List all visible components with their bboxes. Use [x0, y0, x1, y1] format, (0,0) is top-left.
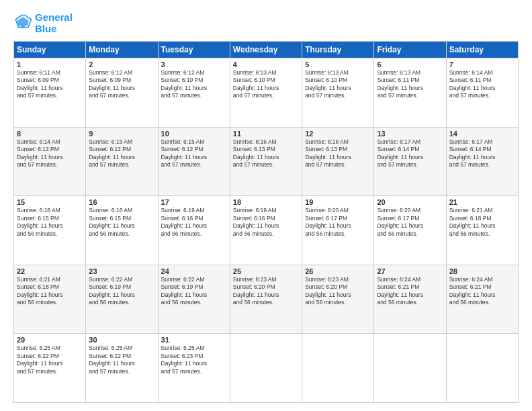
calendar-week-row: 1Sunrise: 6:11 AMSunset: 6:09 PMDaylight… — [14, 58, 519, 128]
day-info: Sunrise: 6:23 AMSunset: 6:20 PMDaylight:… — [305, 276, 371, 307]
day-number: 14 — [449, 130, 515, 138]
day-info: Sunrise: 6:25 AMSunset: 6:22 PMDaylight:… — [17, 345, 83, 375]
day-info: Sunrise: 6:19 AMSunset: 6:16 PMDaylight:… — [233, 207, 299, 238]
day-number: 31 — [161, 336, 227, 344]
day-number: 21 — [449, 198, 515, 206]
calendar-week-row: 8Sunrise: 6:14 AMSunset: 6:12 PMDaylight… — [14, 127, 519, 196]
logo: General Blue — [13, 12, 73, 34]
calendar-cell: 16Sunrise: 6:18 AMSunset: 6:15 PMDayligh… — [86, 196, 158, 265]
calendar-week-row: 29Sunrise: 6:25 AMSunset: 6:22 PMDayligh… — [14, 334, 519, 403]
calendar-header-cell: Thursday — [302, 42, 374, 58]
day-number: 11 — [233, 130, 299, 138]
calendar-header-cell: Saturday — [446, 42, 518, 58]
day-info: Sunrise: 6:13 AMSunset: 6:10 PMDaylight:… — [305, 69, 371, 100]
day-info: Sunrise: 6:12 AMSunset: 6:09 PMDaylight:… — [89, 69, 154, 100]
calendar-header-cell: Wednesday — [230, 42, 302, 58]
day-info: Sunrise: 6:20 AMSunset: 6:17 PMDaylight:… — [377, 207, 443, 238]
calendar-cell — [302, 334, 374, 403]
calendar-cell: 6Sunrise: 6:13 AMSunset: 6:11 PMDaylight… — [374, 58, 446, 128]
day-number: 23 — [89, 267, 154, 275]
calendar-cell: 7Sunrise: 6:14 AMSunset: 6:11 PMDaylight… — [446, 58, 518, 128]
day-info: Sunrise: 6:14 AMSunset: 6:12 PMDaylight:… — [17, 138, 83, 169]
calendar-cell — [374, 334, 446, 403]
calendar-cell: 15Sunrise: 6:18 AMSunset: 6:15 PMDayligh… — [14, 196, 86, 265]
calendar-cell: 9Sunrise: 6:15 AMSunset: 6:12 PMDaylight… — [86, 127, 158, 196]
day-number: 1 — [17, 60, 83, 68]
calendar-cell: 11Sunrise: 6:16 AMSunset: 6:13 PMDayligh… — [230, 127, 302, 196]
day-info: Sunrise: 6:23 AMSunset: 6:20 PMDaylight:… — [233, 276, 299, 307]
day-number: 2 — [89, 60, 154, 68]
day-number: 15 — [17, 198, 83, 206]
day-number: 16 — [89, 198, 154, 206]
day-number: 3 — [161, 60, 227, 68]
calendar-cell: 18Sunrise: 6:19 AMSunset: 6:16 PMDayligh… — [230, 196, 302, 265]
calendar-cell: 30Sunrise: 6:25 AMSunset: 6:22 PMDayligh… — [86, 334, 158, 403]
calendar-cell: 1Sunrise: 6:11 AMSunset: 6:09 PMDaylight… — [14, 58, 86, 128]
day-info: Sunrise: 6:11 AMSunset: 6:09 PMDaylight:… — [17, 69, 83, 100]
day-number: 9 — [89, 130, 154, 138]
calendar-cell: 3Sunrise: 6:12 AMSunset: 6:10 PMDaylight… — [158, 58, 230, 128]
calendar-cell: 14Sunrise: 6:17 AMSunset: 6:14 PMDayligh… — [446, 127, 518, 196]
calendar-cell: 8Sunrise: 6:14 AMSunset: 6:12 PMDaylight… — [14, 127, 86, 196]
calendar-week-row: 22Sunrise: 6:21 AMSunset: 6:18 PMDayligh… — [14, 265, 519, 334]
day-number: 19 — [305, 198, 371, 206]
day-number: 24 — [161, 267, 227, 275]
day-number: 17 — [161, 198, 227, 206]
day-number: 12 — [305, 130, 371, 138]
day-info: Sunrise: 6:21 AMSunset: 6:18 PMDaylight:… — [449, 207, 515, 238]
calendar-header-cell: Monday — [86, 42, 158, 58]
calendar-header-cell: Sunday — [14, 42, 86, 58]
day-number: 8 — [17, 130, 83, 138]
calendar-header-cell: Friday — [374, 42, 446, 58]
day-number: 25 — [233, 267, 299, 275]
calendar-cell: 26Sunrise: 6:23 AMSunset: 6:20 PMDayligh… — [302, 265, 374, 334]
calendar-table: SundayMondayTuesdayWednesdayThursdayFrid… — [13, 41, 519, 403]
day-number: 10 — [161, 130, 227, 138]
day-info: Sunrise: 6:16 AMSunset: 6:13 PMDaylight:… — [233, 138, 299, 169]
day-number: 5 — [305, 60, 371, 68]
day-info: Sunrise: 6:25 AMSunset: 6:22 PMDaylight:… — [89, 345, 154, 375]
calendar-cell: 23Sunrise: 6:22 AMSunset: 6:19 PMDayligh… — [86, 265, 158, 334]
day-info: Sunrise: 6:13 AMSunset: 6:10 PMDaylight:… — [233, 69, 299, 100]
calendar-cell: 2Sunrise: 6:12 AMSunset: 6:09 PMDaylight… — [86, 58, 158, 128]
day-info: Sunrise: 6:18 AMSunset: 6:15 PMDaylight:… — [17, 207, 83, 238]
day-number: 29 — [17, 336, 83, 344]
calendar-cell: 12Sunrise: 6:16 AMSunset: 6:13 PMDayligh… — [302, 127, 374, 196]
day-info: Sunrise: 6:16 AMSunset: 6:13 PMDaylight:… — [305, 138, 371, 169]
logo-text: General Blue — [35, 12, 73, 34]
calendar-cell: 21Sunrise: 6:21 AMSunset: 6:18 PMDayligh… — [446, 196, 518, 265]
calendar-cell: 17Sunrise: 6:19 AMSunset: 6:16 PMDayligh… — [158, 196, 230, 265]
day-number: 28 — [449, 267, 515, 275]
day-info: Sunrise: 6:24 AMSunset: 6:21 PMDaylight:… — [449, 276, 515, 307]
day-info: Sunrise: 6:20 AMSunset: 6:17 PMDaylight:… — [305, 207, 371, 238]
calendar-cell: 27Sunrise: 6:24 AMSunset: 6:21 PMDayligh… — [374, 265, 446, 334]
day-number: 26 — [305, 267, 371, 275]
day-info: Sunrise: 6:17 AMSunset: 6:14 PMDaylight:… — [377, 138, 443, 169]
day-number: 20 — [377, 198, 443, 206]
day-info: Sunrise: 6:15 AMSunset: 6:12 PMDaylight:… — [161, 138, 227, 169]
calendar-cell — [446, 334, 518, 403]
calendar-cell: 24Sunrise: 6:22 AMSunset: 6:19 PMDayligh… — [158, 265, 230, 334]
day-info: Sunrise: 6:22 AMSunset: 6:19 PMDaylight:… — [161, 276, 227, 307]
day-info: Sunrise: 6:22 AMSunset: 6:19 PMDaylight:… — [89, 276, 154, 307]
day-info: Sunrise: 6:15 AMSunset: 6:12 PMDaylight:… — [89, 138, 154, 169]
day-number: 30 — [89, 336, 154, 344]
header: General Blue — [13, 12, 519, 34]
day-info: Sunrise: 6:14 AMSunset: 6:11 PMDaylight:… — [449, 69, 515, 100]
day-info: Sunrise: 6:18 AMSunset: 6:15 PMDaylight:… — [89, 207, 154, 238]
calendar-cell: 10Sunrise: 6:15 AMSunset: 6:12 PMDayligh… — [158, 127, 230, 196]
day-number: 22 — [17, 267, 83, 275]
day-number: 4 — [233, 60, 299, 68]
day-number: 18 — [233, 198, 299, 206]
calendar-week-row: 15Sunrise: 6:18 AMSunset: 6:15 PMDayligh… — [14, 196, 519, 265]
day-info: Sunrise: 6:25 AMSunset: 6:23 PMDaylight:… — [161, 345, 227, 375]
calendar-cell: 31Sunrise: 6:25 AMSunset: 6:23 PMDayligh… — [158, 334, 230, 403]
calendar-cell: 19Sunrise: 6:20 AMSunset: 6:17 PMDayligh… — [302, 196, 374, 265]
day-info: Sunrise: 6:17 AMSunset: 6:14 PMDaylight:… — [449, 138, 515, 169]
calendar-cell: 25Sunrise: 6:23 AMSunset: 6:20 PMDayligh… — [230, 265, 302, 334]
calendar-cell — [230, 334, 302, 403]
day-number: 13 — [377, 130, 443, 138]
day-info: Sunrise: 6:12 AMSunset: 6:10 PMDaylight:… — [161, 69, 227, 100]
calendar-header-cell: Tuesday — [158, 42, 230, 58]
calendar-cell: 13Sunrise: 6:17 AMSunset: 6:14 PMDayligh… — [374, 127, 446, 196]
